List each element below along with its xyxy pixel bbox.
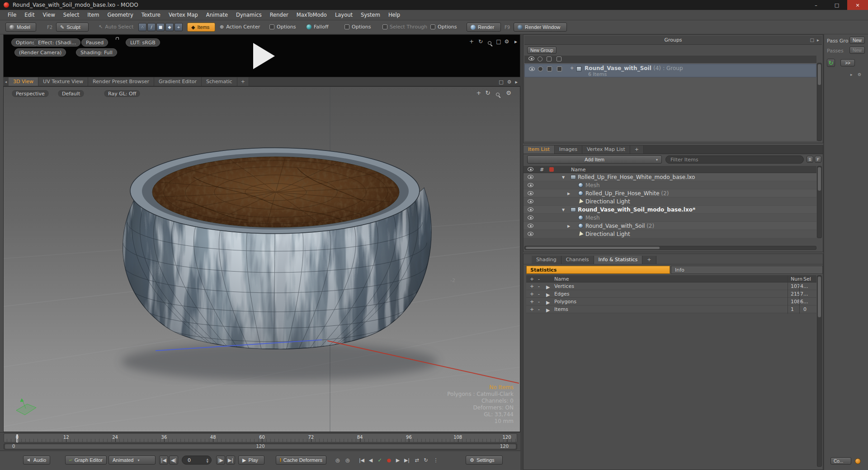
- render-window-button[interactable]: Render Window: [514, 23, 567, 32]
- cache-deformers-button[interactable]: Cache Deformers: [276, 456, 326, 465]
- falloff-options[interactable]: Options: [344, 24, 371, 30]
- preview-camera-dropdown[interactable]: (Render Camera): [14, 48, 66, 56]
- projection-dropdown[interactable]: Perspective: [11, 89, 49, 98]
- render-button[interactable]: Render: [467, 23, 501, 32]
- statistics-row[interactable]: +-▶Vertices1074...: [526, 282, 816, 290]
- checkbox-icon[interactable]: [557, 66, 562, 71]
- tab-render-preset-browser[interactable]: Render Preset Browser: [88, 77, 154, 86]
- maximize-view-icon[interactable]: □: [810, 36, 814, 45]
- tab-schematic[interactable]: Schematic: [202, 77, 237, 86]
- checkbox-icon[interactable]: [382, 24, 387, 29]
- actor-icon[interactable]: ◎: [343, 456, 352, 465]
- next-frame-icon[interactable]: ▶: [393, 456, 402, 465]
- action-center-options[interactable]: Options: [269, 24, 296, 30]
- raygl-dropdown[interactable]: Ray GL: Off: [104, 89, 141, 98]
- disclosure-arrow-icon[interactable]: ▶: [546, 307, 550, 313]
- disclosure-arrow-icon[interactable]: ▼: [562, 175, 565, 179]
- audio-button[interactable]: Audio: [23, 456, 50, 465]
- key-checkmark-icon[interactable]: ✓: [375, 456, 384, 465]
- vertices-mode-button[interactable]: ∴: [138, 23, 146, 31]
- maximize-view-icon[interactable]: □: [495, 38, 503, 45]
- auto-key-icon[interactable]: ◎: [333, 456, 342, 465]
- notification-icon[interactable]: [855, 458, 861, 464]
- menu-layout[interactable]: Layout: [331, 10, 357, 20]
- preview-effect-dropdown[interactable]: Effect: (Shadi...: [33, 38, 80, 47]
- loop-icon[interactable]: ⇄: [412, 456, 421, 465]
- prev-frame-icon[interactable]: ◀: [366, 456, 375, 465]
- step-forward-button[interactable]: |▶: [216, 456, 225, 465]
- preview-lut-dropdown[interactable]: LUT: sRGB: [126, 38, 160, 47]
- new-pass-button[interactable]: New: [849, 47, 865, 54]
- spinner-icons[interactable]: ▲▼: [206, 458, 208, 463]
- render-preview-panel[interactable]: Options Effect: (Shadi... Paused LUT: sR…: [3, 34, 520, 77]
- animated-channels-dropdown[interactable]: Animated▾: [108, 456, 156, 465]
- auto-select-toggle[interactable]: ↖ Auto Select: [99, 24, 133, 30]
- expand-plus-icon[interactable]: +: [530, 299, 534, 305]
- rotate-icon[interactable]: ↻: [484, 89, 492, 96]
- visibility-eye-icon[interactable]: [528, 191, 533, 195]
- menu-select[interactable]: Select: [59, 10, 83, 20]
- viewport-3d[interactable]: Perspective Default Ray GL: Off + ↻ ⚙ -2…: [3, 86, 520, 432]
- record-icon[interactable]: ●: [384, 456, 393, 465]
- visibility-eye-icon[interactable]: [528, 175, 533, 179]
- visibility-eye-icon[interactable]: [528, 232, 533, 236]
- collapse-minus-icon[interactable]: -: [538, 306, 540, 312]
- checkbox-icon[interactable]: [547, 66, 552, 71]
- polygons-mode-button[interactable]: ■: [156, 23, 165, 31]
- panel-arrow-icon[interactable]: ▸: [515, 79, 518, 85]
- group-row[interactable]: + Round_Vase_with_Soil (4) : Group 6 Ite…: [524, 64, 816, 77]
- item-list-row[interactable]: Directional Light: [524, 197, 816, 206]
- visibility-eye-icon[interactable]: [528, 216, 533, 220]
- disclosure-arrow-icon[interactable]: ▶: [567, 192, 570, 196]
- info-subtab[interactable]: Info: [671, 266, 823, 274]
- menu-view[interactable]: View: [39, 10, 59, 20]
- collapse-minus-icon[interactable]: -: [538, 283, 540, 289]
- collapse-minus-icon[interactable]: -: [538, 299, 540, 305]
- add-tab-button[interactable]: +: [237, 77, 249, 86]
- item-list-row[interactable]: Mesh: [524, 214, 816, 222]
- checkbox-icon[interactable]: [344, 24, 349, 29]
- prev-keyframe-icon[interactable]: |◀: [357, 456, 366, 465]
- expand-all-icon[interactable]: +: [530, 276, 534, 282]
- statistics-row[interactable]: +-▶Items10: [526, 306, 816, 313]
- pan-icon[interactable]: +: [475, 89, 483, 96]
- play-icon[interactable]: [253, 43, 275, 69]
- menu-render[interactable]: Render: [266, 10, 292, 20]
- gear-icon[interactable]: ⚙: [505, 89, 513, 96]
- graph-editor-button[interactable]: Graph Editor: [65, 456, 107, 465]
- disclosure-arrow-icon[interactable]: ▼: [562, 208, 565, 212]
- visibility-eye-icon[interactable]: [528, 199, 533, 203]
- expand-plus-icon[interactable]: +: [530, 291, 534, 297]
- falloff-dropdown[interactable]: Falloff: [307, 24, 328, 30]
- tab-channels[interactable]: Channels: [561, 256, 594, 264]
- disclosure-arrow-icon[interactable]: ▶: [546, 284, 550, 290]
- menu-system[interactable]: System: [357, 10, 384, 20]
- menu-item[interactable]: Item: [83, 10, 103, 20]
- action-center-dropdown[interactable]: ⊕ Action Center: [220, 24, 260, 30]
- expand-plus-icon[interactable]: +: [570, 66, 574, 70]
- statistics-subtab[interactable]: Statistics: [526, 266, 670, 274]
- tab-images[interactable]: Images: [555, 146, 582, 154]
- add-tab-button[interactable]: +: [630, 146, 644, 154]
- minimize-icon[interactable]: –: [806, 0, 826, 10]
- collapse-all-icon[interactable]: -: [538, 276, 540, 282]
- expand-plus-icon[interactable]: +: [530, 283, 534, 289]
- add-tab-button[interactable]: +: [642, 256, 656, 264]
- panel-arrow-icon[interactable]: ▸: [512, 38, 520, 45]
- close-icon[interactable]: ×: [847, 0, 868, 10]
- pan-icon[interactable]: +: [467, 38, 476, 45]
- step-back-button[interactable]: ◀|: [169, 456, 178, 465]
- visibility-eye-icon[interactable]: [529, 67, 535, 71]
- new-pass-group-button[interactable]: New: [849, 37, 865, 44]
- gear-icon[interactable]: ⚙: [507, 79, 512, 85]
- gear-icon[interactable]: ⚙: [503, 38, 511, 45]
- 3d-scene[interactable]: [4, 87, 520, 432]
- render-toggle-icon[interactable]: [538, 56, 542, 61]
- edges-mode-button[interactable]: ∕: [147, 23, 156, 31]
- command-button[interactable]: Co...: [830, 457, 851, 465]
- checkbox-icon[interactable]: [269, 24, 274, 29]
- next-keyframe-icon[interactable]: ▶|: [402, 456, 411, 465]
- zoom-icon[interactable]: [494, 91, 502, 98]
- checkbox-icon[interactable]: [547, 56, 552, 61]
- items-mode-button[interactable]: ◆: [165, 23, 174, 31]
